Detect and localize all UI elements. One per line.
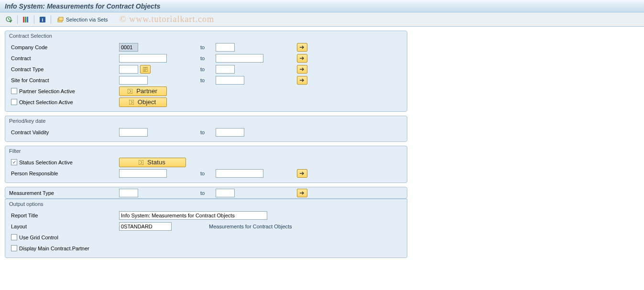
group-measurement-type: Measurement Type to <box>5 187 407 199</box>
arrow-right-icon <box>299 78 305 83</box>
to-label: to <box>200 66 216 72</box>
company-code-label: Company Code <box>11 44 47 50</box>
company-code-to-input[interactable] <box>216 43 235 52</box>
svg-rect-2 <box>25 17 26 22</box>
expand-icon <box>138 159 144 166</box>
arrow-right-icon <box>299 191 305 195</box>
rainbow-bars-icon <box>22 16 29 23</box>
person-from-input[interactable] <box>119 169 167 178</box>
title-bar: Info System: Measurements for Contract O… <box>0 0 644 12</box>
clock-check-icon <box>6 16 12 23</box>
site-to-input[interactable] <box>216 76 244 85</box>
arrow-right-icon <box>299 67 305 72</box>
expand-icon <box>127 88 133 95</box>
svg-rect-1 <box>23 17 24 22</box>
group-output: Output options Report Title Layout Measu… <box>5 199 407 258</box>
watermark: © www.tutorialkart.com <box>120 14 214 24</box>
site-label: Site for Contract <box>11 77 49 83</box>
partner-button[interactable]: Partner <box>119 86 167 96</box>
svg-rect-10 <box>129 100 134 105</box>
contract-from-input[interactable] <box>119 54 167 63</box>
grid-control-checkbox[interactable] <box>11 234 17 240</box>
row-company-code: Company Code to <box>9 42 403 53</box>
selection-via-sets-button[interactable]: Selection via Sets <box>54 15 111 24</box>
group-filter: Filter Status Selection Active Status P <box>5 146 407 183</box>
to-label: to <box>200 190 216 196</box>
partner-selection-checkbox[interactable] <box>11 88 17 94</box>
row-contract-type: Contract Type to <box>9 64 403 75</box>
row-person: Person Responsible to <box>9 168 403 179</box>
group-title: Output options <box>9 201 403 208</box>
arrow-right-icon <box>299 56 305 61</box>
execute-button[interactable] <box>4 15 14 24</box>
report-title-input[interactable] <box>119 211 267 220</box>
row-validity: Contract Validity to <box>9 127 403 138</box>
measurement-type-from-input[interactable] <box>119 189 138 197</box>
svg-text:i: i <box>42 17 44 22</box>
partner-button-label: Partner <box>136 87 157 95</box>
arrow-right-icon <box>299 171 305 176</box>
object-selection-label: Object Selection Active <box>19 99 73 105</box>
validity-from-input[interactable] <box>119 128 148 137</box>
measurement-type-to-input[interactable] <box>216 189 235 197</box>
layout-input[interactable] <box>119 222 172 231</box>
row-status-selection: Status Selection Active Status <box>9 157 403 168</box>
toolbar-separator <box>34 15 34 24</box>
expand-icon <box>128 99 135 106</box>
person-more-button[interactable] <box>297 169 307 178</box>
info-button[interactable]: i <box>37 15 48 24</box>
object-button[interactable]: Object <box>119 97 167 107</box>
page-title: Info System: Measurements for Contract O… <box>5 2 160 10</box>
object-button-label: Object <box>138 98 156 106</box>
svg-rect-9 <box>128 89 132 94</box>
company-code-more-button[interactable] <box>297 43 307 52</box>
app-frame: Info System: Measurements for Contract O… <box>0 0 644 290</box>
display-partner-checkbox[interactable] <box>11 245 17 251</box>
svg-rect-3 <box>27 17 28 22</box>
search-help-icon <box>143 67 148 72</box>
contract-to-input[interactable] <box>216 54 263 63</box>
measurement-type-label: Measurement Type <box>9 190 54 196</box>
validity-label: Contract Validity <box>11 129 49 135</box>
person-to-input[interactable] <box>216 169 263 178</box>
row-layout: Layout Measurements for Contract Objects <box>9 221 403 232</box>
row-object-selection: Object Selection Active Object <box>9 97 403 107</box>
object-selection-checkbox[interactable] <box>11 99 17 105</box>
svg-rect-11 <box>139 160 143 165</box>
contract-type-to-input[interactable] <box>216 65 235 74</box>
status-button[interactable]: Status <box>119 158 186 167</box>
measurement-type-more-button[interactable] <box>297 189 307 197</box>
row-grid-control: Use Grid Control <box>9 232 403 243</box>
to-label: to <box>200 55 216 61</box>
variant-button[interactable] <box>21 15 31 24</box>
sets-icon <box>57 16 64 23</box>
to-label: to <box>200 171 216 176</box>
contract-more-button[interactable] <box>297 54 307 63</box>
report-title-label: Report Title <box>11 213 38 218</box>
grid-control-label: Use Grid Control <box>19 235 58 240</box>
status-button-label: Status <box>147 159 165 166</box>
contract-type-more-button[interactable] <box>297 65 307 74</box>
info-icon: i <box>39 16 46 23</box>
validity-to-input[interactable] <box>216 128 244 137</box>
status-selection-checkbox[interactable] <box>11 159 17 165</box>
toolbar-separator <box>17 15 18 24</box>
contract-type-from-input[interactable] <box>119 65 138 74</box>
selection-via-sets-label: Selection via Sets <box>66 17 108 22</box>
person-label: Person Responsible <box>11 171 58 176</box>
site-more-button[interactable] <box>297 76 307 85</box>
row-measurement-type: Measurement Type to <box>9 187 403 198</box>
display-partner-label: Display Main Contract.Partner <box>19 246 89 251</box>
contract-type-f4-button[interactable] <box>140 65 151 74</box>
row-display-partner: Display Main Contract.Partner <box>9 243 403 254</box>
layout-description: Measurements for Contract Objects <box>209 224 292 229</box>
company-code-from-input[interactable] <box>119 43 138 52</box>
to-label: to <box>200 44 216 50</box>
to-label: to <box>200 77 216 83</box>
group-title: Period/key date <box>9 118 403 125</box>
to-label: to <box>200 129 216 135</box>
group-title: Filter <box>9 148 403 155</box>
row-contract: Contract to <box>9 53 403 64</box>
toolbar: i Selection via Sets © www.tutorialkart.… <box>0 12 644 27</box>
site-from-input[interactable] <box>119 76 148 85</box>
